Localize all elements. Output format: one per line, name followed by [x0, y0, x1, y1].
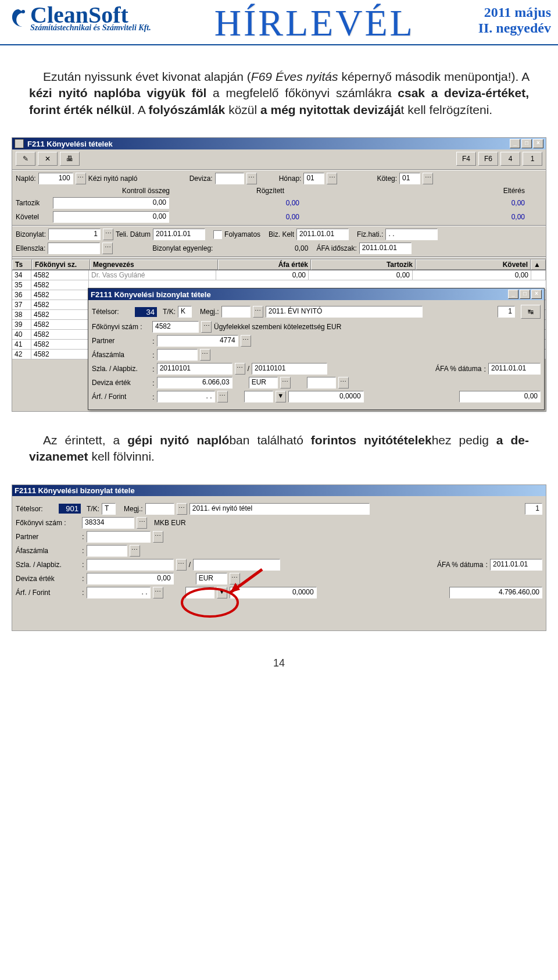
col-megn[interactable]: Megnevezés — [90, 259, 218, 270]
folyamatos-checkbox[interactable] — [213, 230, 222, 239]
devertek-input[interactable]: 6.066,03 — [157, 377, 233, 389]
col-afa[interactable]: Áfa érték — [218, 259, 311, 270]
lookup-button[interactable]: ⋯ — [201, 321, 212, 333]
arf-type-input[interactable] — [185, 587, 214, 598]
megj-input[interactable] — [221, 306, 251, 318]
szla-b-input[interactable] — [193, 559, 280, 571]
btn-1[interactable]: 1 — [523, 152, 542, 166]
lookup-button[interactable]: ⋯ — [153, 531, 163, 543]
f4-button[interactable]: F4 — [456, 152, 476, 166]
seq-input[interactable]: 1 — [498, 306, 515, 318]
megj-input[interactable] — [145, 503, 174, 515]
arf-forint-input[interactable]: 0,00 — [459, 391, 541, 402]
arf-rate-input[interactable]: 0,0000 — [230, 587, 317, 598]
tool-button[interactable]: ✎ — [16, 152, 35, 166]
col-tartozik[interactable]: Tartozik — [311, 259, 416, 270]
arf-rate-input[interactable]: 0,0000 — [288, 391, 364, 402]
bizonylat-input[interactable]: 1 — [48, 229, 101, 240]
afadatum-input[interactable]: 2011.01.01 — [490, 559, 542, 571]
label-tk: T/K: — [87, 505, 99, 513]
maximize-button[interactable]: □ — [521, 139, 532, 148]
col-ts[interactable]: Ts — [12, 259, 32, 270]
fksz-input[interactable]: 4582 — [152, 321, 199, 333]
afaidoszak-input[interactable]: 2011.01.01 — [359, 243, 412, 254]
lookup-button[interactable]: ⋯ — [176, 559, 187, 571]
col-fksz[interactable]: Főkönyvi sz. — [32, 259, 90, 270]
table-row[interactable]: 34 4582 Dr. Vass Gyuláné 0,00 0,00 0,00 — [12, 270, 546, 280]
fksz-input[interactable]: 38334 — [82, 517, 134, 529]
partner-input[interactable] — [87, 531, 151, 543]
label-bizegyenleg: Bizonylat egyenleg: — [152, 244, 213, 252]
arf-type-input[interactable] — [244, 391, 273, 402]
close-button[interactable]: × — [531, 290, 542, 299]
szla-a-input[interactable]: 20110101 — [157, 363, 233, 375]
lookup-button[interactable]: ⋯ — [76, 173, 86, 184]
afadatum-input[interactable]: 2011.01.01 — [488, 363, 541, 375]
lookup-button[interactable]: ⋯ — [246, 173, 257, 184]
kovetel-input[interactable]: 0,00 — [53, 211, 169, 223]
minimize-button[interactable]: _ — [510, 139, 520, 148]
arf-a-input[interactable]: . . — [157, 391, 215, 402]
szla-b-input[interactable]: 20110101 — [252, 363, 327, 375]
lookup-button[interactable]: ⋯ — [230, 573, 240, 585]
lookup-button[interactable]: ⋯ — [280, 377, 291, 389]
devnem-input[interactable]: EUR — [249, 377, 278, 389]
lookup-button[interactable]: ⋯ — [130, 545, 140, 557]
print-button[interactable]: 🖶 — [60, 152, 80, 166]
afaszamla-input[interactable] — [157, 349, 198, 361]
fizhati-input[interactable]: . . — [385, 229, 438, 240]
tool-button[interactable]: ✕ — [38, 152, 58, 166]
lookup-button[interactable]: ⋯ — [217, 391, 228, 402]
partner-input[interactable]: 4774 — [157, 335, 238, 347]
tetelsor-input[interactable]: 901 — [59, 504, 81, 514]
koteg-input[interactable]: 01 — [399, 173, 420, 184]
lookup-button[interactable]: ⋯ — [241, 335, 251, 347]
honap-input[interactable]: 01 — [303, 173, 324, 184]
maximize-button[interactable]: □ — [520, 290, 530, 299]
megj-desc[interactable]: 2011. évi nyitó tétel — [189, 503, 370, 515]
naplo-input[interactable]: 100 — [38, 173, 73, 184]
label-kovetel: Követel — [16, 213, 51, 221]
ellenszla-input[interactable] — [48, 243, 100, 254]
close-button[interactable]: × — [533, 139, 543, 148]
megj-desc[interactable]: 2011. ÉVI NYITÓ — [266, 306, 423, 318]
arf-forint-input[interactable]: 4.796.460,00 — [449, 587, 542, 598]
devertek-input[interactable]: 0,00 — [87, 573, 174, 585]
szla-a-input[interactable] — [87, 559, 174, 571]
dev2-input[interactable] — [307, 377, 336, 389]
lookup-button[interactable]: ⋯ — [177, 503, 187, 515]
tartozik-input[interactable]: 0,00 — [53, 197, 169, 209]
cell: 0,00 — [309, 270, 413, 280]
seq-input[interactable]: 1 — [525, 503, 542, 515]
lookup-button[interactable]: ⋯ — [327, 173, 337, 184]
tk-input[interactable]: T — [102, 503, 116, 515]
lookup-button[interactable]: ⋯ — [200, 349, 210, 361]
scroll-up-icon[interactable]: ▲ — [531, 259, 546, 270]
label-teli: Teli. Dátum — [116, 230, 151, 238]
lookup-button[interactable]: ⋯ — [137, 517, 147, 529]
f6-button[interactable]: F6 — [478, 152, 498, 166]
bizkelt-input[interactable]: 2011.01.01 — [296, 229, 349, 240]
label-ellenszla: Ellenszla: — [16, 244, 45, 252]
tetelsor-input[interactable]: 34 — [135, 307, 157, 317]
dropdown-button[interactable]: ▼ — [217, 587, 227, 598]
btn-4[interactable]: 4 — [500, 152, 520, 166]
lookup-button[interactable]: ⋯ — [103, 229, 113, 240]
lookup-button[interactable]: ⋯ — [102, 243, 113, 254]
afaszamla-input[interactable] — [87, 545, 127, 557]
lookup-button[interactable]: ⋯ — [338, 377, 349, 389]
label-folyamatos: Folyamatos — [224, 230, 260, 238]
teli-input[interactable]: 2011.01.01 — [153, 229, 205, 240]
lookup-button[interactable]: ⋯ — [235, 363, 245, 375]
deviza-input[interactable] — [215, 173, 244, 184]
tk-input[interactable]: K — [178, 306, 192, 318]
lookup-button[interactable]: ⋯ — [153, 587, 163, 598]
devnem-input[interactable]: EUR — [196, 573, 227, 585]
dropdown-button[interactable]: ▼ — [276, 391, 286, 402]
arf-a-input[interactable]: . . — [87, 587, 151, 598]
col-kovetel[interactable]: Követel — [416, 259, 531, 270]
lookup-button[interactable]: ⋯ — [423, 173, 433, 184]
minimize-button[interactable]: _ — [508, 290, 518, 299]
action-icon[interactable]: ↹ — [521, 305, 541, 319]
lookup-button[interactable]: ⋯ — [253, 306, 263, 318]
